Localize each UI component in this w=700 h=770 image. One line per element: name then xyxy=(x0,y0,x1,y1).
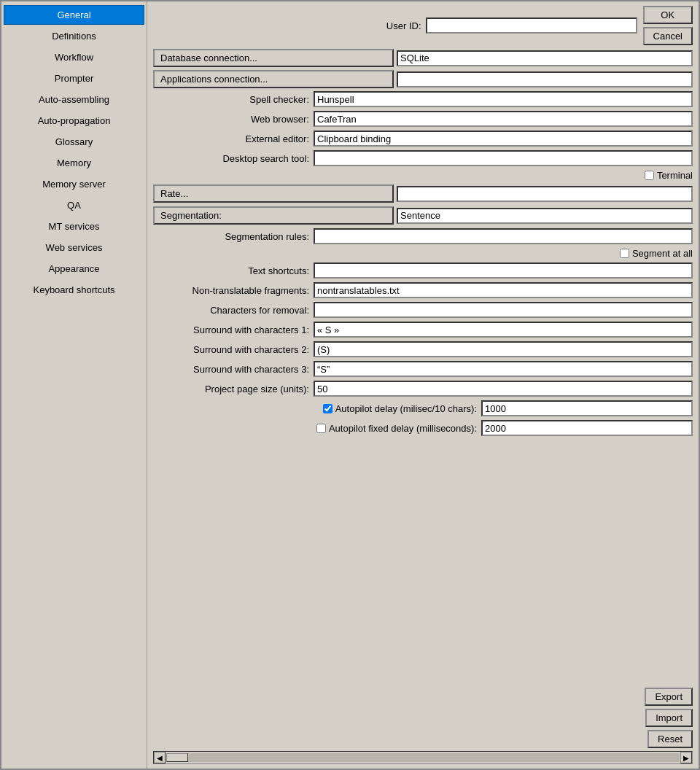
autopilot-fixed-label: Autopilot fixed delay (milliseconds): xyxy=(329,423,477,434)
desktop-search-label: Desktop search tool: xyxy=(153,153,314,164)
chars-removal-input[interactable] xyxy=(314,302,693,318)
sidebar: General Definitions Workflow Prompter Au… xyxy=(1,1,147,769)
sidebar-item-web-services[interactable]: Web services xyxy=(4,238,144,257)
app-connection-input[interactable] xyxy=(397,71,693,88)
non-translatable-label: Non-translatable fragments: xyxy=(153,285,314,296)
sidebar-item-auto-assembling[interactable]: Auto-assembling xyxy=(4,90,144,109)
import-button[interactable]: Import xyxy=(645,709,693,727)
segment-at-all-label[interactable]: Segment at all xyxy=(620,248,693,259)
surround1-input[interactable] xyxy=(314,322,693,338)
chars-removal-row: Characters for removal: xyxy=(153,302,693,318)
autopilot-delay-row: Autopilot delay (milisec/10 chars): xyxy=(153,400,693,416)
external-editor-input[interactable] xyxy=(314,131,693,147)
external-editor-row: External editor: xyxy=(153,131,693,147)
desktop-search-row: Desktop search tool: xyxy=(153,150,693,166)
autopilot-fixed-row: Autopilot fixed delay (milliseconds): xyxy=(153,420,693,436)
sidebar-item-definitions[interactable]: Definitions xyxy=(4,26,144,46)
app-connection-button[interactable]: Applications connection... xyxy=(153,70,394,88)
non-translatable-row: Non-translatable fragments: xyxy=(153,282,693,298)
sidebar-item-qa[interactable]: QA xyxy=(4,195,144,215)
right-panel: User ID: OK Cancel Database connection..… xyxy=(147,1,699,769)
terminal-checkbox[interactable] xyxy=(645,171,654,180)
sidebar-item-mt-services[interactable]: MT services xyxy=(4,217,144,236)
text-shortcuts-input[interactable] xyxy=(314,262,693,279)
web-browser-row: Web browser: xyxy=(153,111,693,127)
export-button[interactable]: Export xyxy=(645,688,693,706)
bottom-buttons: Export Import Reset xyxy=(153,688,693,748)
spell-checker-label: Spell checker: xyxy=(153,94,314,105)
external-editor-label: External editor: xyxy=(153,133,314,144)
horizontal-scrollbar[interactable]: ◀ ▶ xyxy=(153,751,693,764)
segment-at-all-checkbox[interactable] xyxy=(620,249,629,258)
spell-checker-input[interactable] xyxy=(314,91,693,107)
user-id-input[interactable] xyxy=(426,18,637,34)
page-size-input[interactable] xyxy=(314,381,693,397)
sidebar-item-auto-propagation[interactable]: Auto-propagation xyxy=(4,111,144,131)
cancel-button[interactable]: Cancel xyxy=(643,27,693,45)
sidebar-item-glossary[interactable]: Glossary xyxy=(4,132,144,152)
sidebar-item-workflow[interactable]: Workflow xyxy=(4,47,144,67)
spell-checker-row: Spell checker: xyxy=(153,91,693,107)
db-connection-button[interactable]: Database connection... xyxy=(153,49,394,67)
desktop-search-input[interactable] xyxy=(314,150,693,166)
non-translatable-input[interactable] xyxy=(314,282,693,298)
text-shortcuts-row: Text shortcuts: xyxy=(153,262,693,279)
scrollbar-thumb[interactable] xyxy=(166,753,188,762)
segment-at-all-row: Segment at all xyxy=(153,248,693,259)
surround2-label: Surround with characters 2: xyxy=(153,344,314,355)
autopilot-fixed-checkbox[interactable] xyxy=(316,424,326,433)
db-connection-input[interactable] xyxy=(397,50,693,66)
autopilot-delay-input[interactable] xyxy=(481,400,693,416)
scrollbar-right-arrow[interactable]: ▶ xyxy=(680,752,692,763)
sidebar-item-memory[interactable]: Memory xyxy=(4,153,144,173)
ok-button[interactable]: OK xyxy=(643,6,693,24)
user-id-label: User ID: xyxy=(386,20,426,31)
page-size-row: Project page size (units): xyxy=(153,381,693,397)
surround3-label: Surround with characters 3: xyxy=(153,364,314,375)
terminal-row: Terminal xyxy=(153,170,693,181)
rate-input[interactable] xyxy=(397,186,693,202)
segmentation-rules-row: Segmentation rules: xyxy=(153,228,693,244)
autopilot-delay-checkbox[interactable] xyxy=(323,404,332,413)
sidebar-item-keyboard-shortcuts[interactable]: Keyboard shortcuts xyxy=(4,280,144,300)
rate-button[interactable]: Rate... xyxy=(153,184,394,203)
surround2-input[interactable] xyxy=(314,341,693,357)
segmentation-input[interactable] xyxy=(397,208,693,224)
rate-row: Rate... xyxy=(153,184,693,203)
db-connection-row: Database connection... xyxy=(153,49,693,67)
segmentation-rules-input[interactable] xyxy=(314,228,693,244)
scrollbar-track[interactable] xyxy=(166,753,680,762)
sidebar-item-prompter[interactable]: Prompter xyxy=(4,69,144,88)
reset-button[interactable]: Reset xyxy=(648,730,693,748)
surround1-row: Surround with characters 1: xyxy=(153,322,693,338)
surround3-input[interactable] xyxy=(314,361,693,377)
sidebar-item-general[interactable]: General xyxy=(4,5,144,25)
autopilot-delay-label: Autopilot delay (milisec/10 chars): xyxy=(335,403,477,414)
page-size-label: Project page size (units): xyxy=(153,384,314,394)
text-shortcuts-label: Text shortcuts: xyxy=(153,265,314,276)
web-browser-input[interactable] xyxy=(314,111,693,127)
web-browser-label: Web browser: xyxy=(153,114,314,125)
autopilot-fixed-input[interactable] xyxy=(481,420,693,436)
scrollbar-left-arrow[interactable]: ◀ xyxy=(154,752,166,763)
surround1-label: Surround with characters 1: xyxy=(153,324,314,335)
segmentation-button[interactable]: Segmentation: xyxy=(153,206,394,225)
segmentation-rules-label: Segmentation rules: xyxy=(153,231,314,242)
chars-removal-label: Characters for removal: xyxy=(153,305,314,316)
surround2-row: Surround with characters 2: xyxy=(153,341,693,357)
surround3-row: Surround with characters 3: xyxy=(153,361,693,377)
sidebar-item-memory-server[interactable]: Memory server xyxy=(4,174,144,194)
terminal-label[interactable]: Terminal xyxy=(645,170,693,181)
segmentation-row: Segmentation: xyxy=(153,206,693,225)
app-connection-row: Applications connection... xyxy=(153,70,693,88)
sidebar-item-appearance[interactable]: Appearance xyxy=(4,259,144,279)
